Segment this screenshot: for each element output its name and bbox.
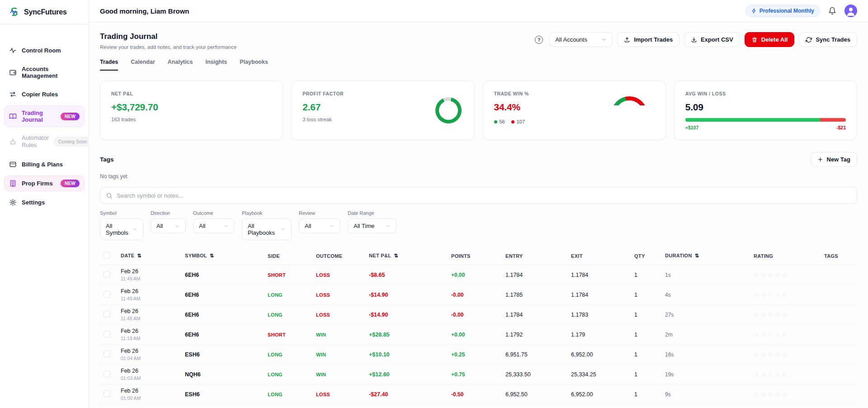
column-header-duration[interactable]: DURATION⇅ <box>661 247 750 265</box>
sidebar-item-trading-journal[interactable]: Trading Journal NEW <box>4 105 85 127</box>
trade-tags <box>821 384 857 404</box>
rating-stars[interactable]: ☆☆☆☆☆ <box>754 331 789 338</box>
rating-stars[interactable]: ☆☆☆☆☆ <box>754 271 789 279</box>
rating-stars[interactable]: ☆☆☆☆☆ <box>754 391 789 398</box>
tab-calendar[interactable]: Calendar <box>131 59 155 71</box>
plan-badge[interactable]: Professional Monthly <box>745 5 820 17</box>
brand-row[interactable]: SyncFutures <box>0 0 89 24</box>
trade-outcome: LOSS <box>312 285 365 305</box>
direction-filter-select[interactable]: All <box>151 218 186 233</box>
stat-cards: NET P&L +$3,729.70 163 trades PROFIT FAC… <box>100 81 857 140</box>
outcome-filter-select[interactable]: All <box>193 218 235 233</box>
sidebar-item-settings[interactable]: Settings <box>4 195 85 210</box>
sidebar-item-label: Control Room <box>22 47 61 54</box>
row-checkbox[interactable] <box>104 271 110 278</box>
sort-icon[interactable]: ⇅ <box>695 253 699 258</box>
tags-title: Tags <box>100 156 114 163</box>
trade-side: LONG <box>264 345 312 365</box>
rating-stars[interactable]: ☆☆☆☆☆ <box>754 311 789 318</box>
help-icon[interactable]: ? <box>535 36 543 44</box>
column-header-date[interactable]: DATE⇅ <box>117 247 181 265</box>
chevron-down-icon <box>280 227 286 232</box>
table-row[interactable]: Feb 26 11:49 AM 6EH6 LONG LOSS -$14.90 -… <box>100 285 857 305</box>
accounts-select[interactable]: All Accounts <box>549 32 613 47</box>
trade-qty: 1 <box>631 365 661 384</box>
wallet-icon <box>9 69 17 76</box>
toolbar: ? All Accounts Import Trades Export CSV <box>535 32 857 47</box>
new-tag-button[interactable]: New Tag <box>811 152 858 167</box>
upload-icon <box>624 37 630 43</box>
trade-exit: 1.1783 <box>567 305 631 325</box>
table-row[interactable]: Feb 26 01:04 AM ESH6 LONG WIN +$10.10 +0… <box>100 345 857 365</box>
sort-icon[interactable]: ⇅ <box>394 253 398 258</box>
review-filter-select[interactable]: All <box>299 218 340 233</box>
tab-analytics[interactable]: Analytics <box>168 59 193 71</box>
select-all-checkbox[interactable] <box>104 252 110 259</box>
row-checkbox[interactable] <box>104 370 110 377</box>
robot-icon <box>9 138 17 146</box>
trade-points: +0.00 <box>448 265 502 285</box>
avg-win-loss-value: 5.09 <box>685 102 846 113</box>
playbook-filter-select[interactable]: All Playbooks <box>242 218 292 240</box>
filter-value: All <box>305 223 311 229</box>
activity-icon <box>9 47 17 54</box>
row-checkbox[interactable] <box>104 351 110 357</box>
table-row[interactable]: Feb 26 11:19 AM 6EH6 SHORT WIN +$28.85 +… <box>100 325 857 345</box>
avg-loss-bar <box>820 118 846 122</box>
sidebar-item-prop-firms[interactable]: Prop Firms NEW <box>4 176 85 191</box>
sidebar-item-billing-plans[interactable]: Billing & Plans <box>4 157 85 172</box>
page-title: Trading Journal <box>100 32 236 41</box>
trade-exit: 6,952.00 <box>567 345 631 365</box>
table-row[interactable]: Feb 26 01:03 AM NQH6 LONG WIN +$12.60 +0… <box>100 365 857 384</box>
trade-outcome: WIN <box>312 365 365 384</box>
sort-icon[interactable]: ⇅ <box>137 253 142 258</box>
bell-icon[interactable] <box>828 7 836 15</box>
import-trades-button[interactable]: Import Trades <box>617 32 679 47</box>
sidebar-item-label: Copier Rules <box>22 91 58 98</box>
sidebar-item-accounts-management[interactable]: Accounts Management <box>4 62 85 83</box>
rating-stars[interactable]: ☆☆☆☆☆ <box>754 291 789 299</box>
table-row[interactable]: Feb 26 11:48 AM 6EH6 LONG LOSS -$14.90 -… <box>100 305 857 325</box>
sort-icon[interactable]: ⇅ <box>210 253 214 258</box>
row-checkbox[interactable] <box>104 311 110 318</box>
main-area: Good morning, Liam Brown Professional Mo… <box>89 0 868 408</box>
tags-empty-text: No tags yet <box>100 173 857 180</box>
trade-qty: 1 <box>631 305 661 325</box>
trade-entry: 1.1784 <box>502 305 567 325</box>
trade-time: 01:03 AM <box>121 375 178 381</box>
row-checkbox[interactable] <box>104 390 110 397</box>
tab-insights[interactable]: Insights <box>205 59 227 71</box>
trade-symbol: 6EH6 <box>181 285 264 305</box>
date-range-filter-select[interactable]: All Time <box>348 218 396 233</box>
new-badge: NEW <box>61 180 80 187</box>
trade-duration: 9s <box>661 384 750 404</box>
rating-stars[interactable]: ☆☆☆☆☆ <box>754 351 789 358</box>
column-header-net-p-l[interactable]: NET P&L⇅ <box>365 247 448 265</box>
tab-trades[interactable]: Trades <box>100 59 118 71</box>
trade-exit: 1.1784 <box>567 265 631 285</box>
filter-label-date-range: Date Range <box>348 210 396 216</box>
sidebar-item-control-room[interactable]: Control Room <box>4 43 85 58</box>
table-row[interactable]: Feb 25 08:17 PM ESH6 LONG LOSS -$27.40 -… <box>100 404 857 408</box>
trade-side: LONG <box>264 404 312 408</box>
symbol-filter-select[interactable]: All Symbols <box>100 218 143 240</box>
table-row[interactable]: Feb 26 01:00 AM ESH6 LONG LOSS -$27.40 -… <box>100 384 857 404</box>
tab-playbooks[interactable]: Playbooks <box>240 59 268 71</box>
sidebar-item-label: Trading Journal <box>22 109 56 123</box>
lightning-icon <box>751 8 757 14</box>
user-avatar[interactable] <box>844 5 857 17</box>
row-checkbox[interactable] <box>104 291 110 298</box>
trade-points: +0.00 <box>448 325 502 345</box>
rating-stars[interactable]: ☆☆☆☆☆ <box>754 371 789 378</box>
delete-all-button[interactable]: Delete All <box>745 32 795 47</box>
row-checkbox[interactable] <box>104 331 110 337</box>
filter-label-review: Review <box>299 210 340 216</box>
table-row[interactable]: Feb 26 11:49 AM 6EH6 SHORT LOSS -$8.65 +… <box>100 265 857 285</box>
trade-qty: 1 <box>631 345 661 365</box>
search-input[interactable] <box>117 192 851 199</box>
export-csv-button[interactable]: Export CSV <box>684 32 740 47</box>
sidebar-item-copier-rules[interactable]: Copier Rules <box>4 86 85 102</box>
column-header-symbol[interactable]: SYMBOL⇅ <box>181 247 264 265</box>
sync-trades-button[interactable]: Sync Trades <box>799 32 857 47</box>
chevron-down-icon <box>601 37 607 43</box>
